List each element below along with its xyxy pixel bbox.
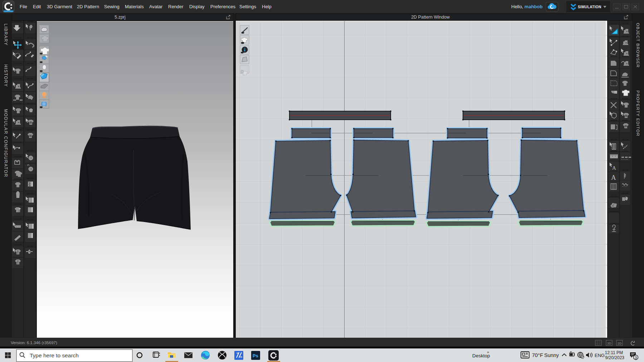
svg-text:9/20/2023: 9/20/2023 <box>605 355 625 360</box>
svg-text:2D: 2D <box>618 342 622 345</box>
svg-text:12:11 PM: 12:11 PM <box>605 350 623 355</box>
svg-text:Type here to search: Type here to search <box>30 352 79 358</box>
svg-text:A: A <box>612 165 616 171</box>
svg-text:»: » <box>487 350 489 354</box>
svg-text:A: A <box>611 174 616 181</box>
svg-text:3: 3 <box>635 356 637 360</box>
svg-text:SIMULATION: SIMULATION <box>578 5 601 9</box>
svg-text:Sunny: Sunny <box>544 352 559 358</box>
svg-text:Ps: Ps <box>253 353 258 358</box>
svg-text:3D: 3D <box>607 342 611 345</box>
svg-text:ENG: ENG <box>595 353 605 358</box>
svg-text:70°F: 70°F <box>532 352 543 358</box>
